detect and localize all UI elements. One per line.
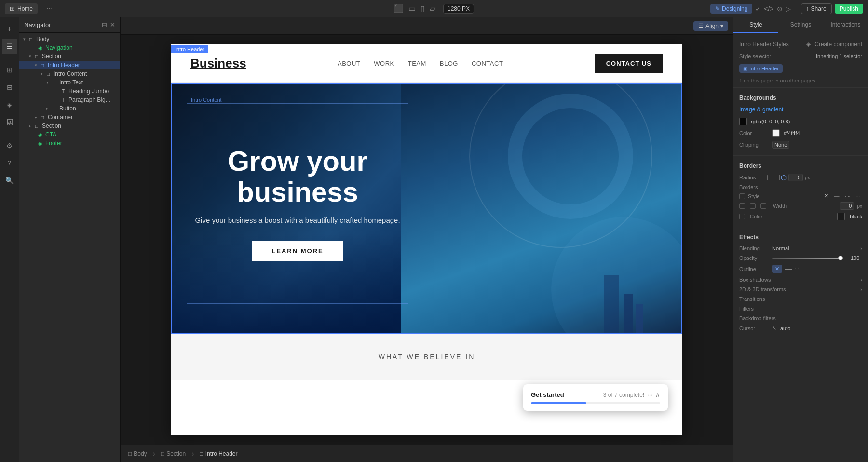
style-selector-row: Style selector Inheriting 1 selector [733,51,868,62]
cursor-icon: ↖ [772,325,776,331]
interact-icon[interactable]: ⊙ [777,5,783,13]
canvas-scroll[interactable]: Intro Header Business ABOUT WORK TEAM BL… [121,35,733,445]
color-swatch[interactable] [772,129,780,137]
designing-btn[interactable]: ✎ Designing [710,4,752,14]
tree-item-intro-text[interactable]: ▾ □ Intro Text [19,78,120,87]
help-btn[interactable]: ? [2,155,17,171]
border-check-5[interactable] [739,214,745,219]
code-icon[interactable]: </> [764,5,773,13]
box-shadows-expand[interactable]: › [860,277,862,283]
search-btn[interactable]: 🔍 [2,173,17,188]
toast-close-icon[interactable]: ∧ [655,391,660,398]
bg-color-swatch[interactable] [739,118,747,125]
add-element-btn[interactable]: + [2,21,17,37]
chip-label: Intro Header [749,66,779,71]
box-shadows-row: Box shadows › [733,275,868,285]
cursor-row: Cursor ↖ auto [733,323,868,333]
toast-count: 3 of 7 complete! [603,392,644,398]
border-color-swatch[interactable] [837,213,845,220]
create-component-label[interactable]: Create component [814,41,862,48]
blending-arrow[interactable]: › [860,245,862,251]
border-solid-btn[interactable]: — [832,193,841,199]
opacity-slider[interactable] [772,258,843,259]
nav-link-about[interactable]: ABOUT [338,60,360,67]
nav-link-blog[interactable]: BLOG [440,60,458,67]
tree-item-intro-header[interactable]: ▾ □ Intro Header [19,61,120,69]
border-x-btn[interactable]: ✕ [822,193,830,199]
blending-value: Normal [772,245,789,251]
what-section: WHAT WE BELIEVE IN [171,334,682,380]
navigator-btn[interactable]: ☰ [2,39,17,54]
view-controls: ⬛ ▭ ▯ ▱ 1280 PX [394,4,474,14]
tablet-view-icon[interactable]: ▭ [408,4,416,13]
width-label: Width [773,203,837,209]
tree-item-footer[interactable]: ◉ Footer [19,139,120,148]
collapse-navigator-icon[interactable]: ⊟ [102,21,107,28]
more-icon[interactable]: ··· [46,4,53,13]
clipping-value[interactable]: None [772,141,789,149]
intro-header-label: Intro Header [171,45,208,53]
nav-link-team[interactable]: TEAM [408,60,426,67]
tab-style[interactable]: Style [733,17,778,33]
preview-icon[interactable]: ▷ [786,5,791,13]
tree-item-section-1[interactable]: ▾ □ Section [19,52,120,61]
border-check-4[interactable] [760,203,766,209]
settings-btn[interactable]: ⚙ [2,138,17,153]
align-button[interactable]: ☰ Align ▾ [693,21,728,31]
ecommerce-btn[interactable]: ◈ [2,97,17,112]
component-icon: ◉ [37,132,43,137]
close-navigator-icon[interactable]: ✕ [110,21,115,28]
phone-view-icon[interactable]: ▱ [430,4,435,13]
tree-item-heading-jumbo[interactable]: T Heading Jumbo [19,87,120,95]
tree-item-intro-content[interactable]: ▾ □ Intro Content [19,69,120,78]
tree-item-section-2[interactable]: ▸ □ Section [19,122,120,130]
transforms-expand[interactable]: › [860,286,862,292]
transitions-label: Transitions [739,296,765,302]
site-nav-links: ABOUT WORK TEAM BLOG CONTACT [338,60,503,67]
tab-interactions[interactable]: Interactions [823,17,868,33]
home-tab[interactable]: ⊞ Home [5,3,38,14]
pages-btn[interactable]: ⊞ [2,62,17,78]
outline-dots-btn[interactable]: ··· [795,265,799,273]
border-dashed-btn[interactable]: - - [843,193,852,199]
desktop-view-icon[interactable]: ⬛ [394,4,404,13]
backgrounds-title: Backgrounds [733,93,868,105]
expand-icon: ▸ [46,106,49,111]
tree-item-paragraph-big[interactable]: T Paragraph Big... [19,95,120,104]
site-cta-button[interactable]: CONTACT US [595,54,663,73]
tree-item-cta[interactable]: ◉ CTA [19,130,120,139]
style-chip-intro-header[interactable]: ▣ Intro Header [739,64,783,73]
tree-item-button[interactable]: ▸ □ Button [19,104,120,113]
radius-inputs: ⬡ px [767,174,810,181]
nav-link-work[interactable]: WORK [374,60,394,67]
outline-dash-btn[interactable]: — [785,265,792,273]
nav-link-contact[interactable]: CONTACT [472,60,503,67]
cms-btn[interactable]: ⊟ [2,80,17,95]
share-btn[interactable]: ↑ Share [801,3,832,14]
tab-settings[interactable]: Settings [778,17,823,33]
outline-x-btn[interactable]: ✕ [772,265,782,273]
border-width-input[interactable] [840,202,854,210]
border-dotted-btn[interactable]: ··· [854,193,862,199]
assets-btn[interactable]: 🖼 [2,114,17,130]
link-icon[interactable]: ⬡ [781,174,787,181]
mobile-view-icon[interactable]: ▯ [420,4,425,13]
intro-learn-btn[interactable]: LEARN MORE [252,241,342,261]
image-gradient-link[interactable]: Image & gradient [733,105,868,116]
toast-more-icon[interactable]: ··· [647,391,652,398]
border-check-3[interactable] [750,203,756,209]
border-check-1[interactable] [739,193,745,199]
align-icon: ☰ [698,23,704,29]
check-icon[interactable]: ✓ [755,5,761,13]
tree-item-navigation[interactable]: ◉ Navigation [19,43,120,52]
tree-item-body[interactable]: ▾ □ Body [19,35,120,43]
opacity-slider-container[interactable] [772,258,843,259]
breadcrumb-section[interactable]: □ Section [161,450,186,457]
breadcrumb-intro-header[interactable]: □ Intro Header [200,450,238,457]
publish-btn[interactable]: Publish [835,4,863,14]
opacity-thumb[interactable] [838,256,843,260]
breadcrumb-body[interactable]: □ Body [128,450,147,457]
radius-input[interactable] [788,174,803,181]
tree-item-container[interactable]: ▸ □ Container [19,113,120,122]
border-check-2[interactable] [739,203,745,209]
